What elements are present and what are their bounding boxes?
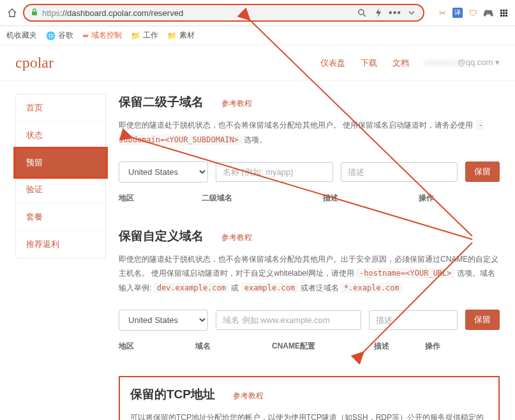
extensions: ✂ 译 🛡 🎮 [437, 8, 509, 18]
home-icon[interactable] [6, 7, 18, 19]
apps-icon[interactable] [498, 8, 509, 18]
name-input[interactable] [216, 162, 333, 182]
lock-icon [31, 8, 38, 18]
folder-icon: 📁 [131, 31, 140, 40]
tutorial-link[interactable]: 参考教程 [221, 232, 252, 243]
col-region: 地区 [119, 193, 202, 204]
section-title: 保留二级子域名 [119, 94, 204, 110]
col-desc: 描述 [323, 193, 406, 204]
folder-icon: 📁 [167, 31, 177, 40]
form-row: United States 保留 [119, 161, 500, 183]
logo[interactable]: cpolar [15, 54, 54, 71]
region-select[interactable]: United States [119, 161, 208, 183]
table-header: 地区 二级域名 描述 操作 [119, 193, 500, 204]
col-subdomain: 二级域名 [202, 193, 323, 204]
browser-toolbar: https://dashboard.cpolar.com/reserved ••… [0, 0, 515, 26]
sidebar-item-home[interactable]: 首页 [16, 94, 105, 122]
chevron-down-icon[interactable] [407, 8, 417, 18]
more-icon[interactable]: ••• [390, 8, 400, 18]
reserve-button[interactable]: 保留 [465, 161, 500, 182]
section-desc: 即使您的隧道处于脱机状态，也不会将保留域名分配给其他用户。 使用保留域名启动隧道… [119, 118, 500, 147]
col-desc: 描述 [374, 341, 425, 352]
url-text: https://dashboard.cpolar.com/reserved [42, 8, 348, 18]
bookmarks-bar: 机收藏夹 🌐谷歌 ⇴域名控制 📁工作 📁素材 [0, 26, 515, 45]
translate-icon[interactable]: 译 [452, 8, 463, 18]
section-desc: 可以将保留的TCP地址分配给您的帐户，以便为使用TCP隧道（如SSH，RDP等）… [130, 410, 488, 420]
table-header: 地区 域名 CNAME配置 描述 操作 [119, 341, 500, 352]
section-desc: 即使您的隧道处于脱机状态，也不会将保留域名分配给其他用户。出于安全原因，必须保留… [119, 252, 500, 296]
svg-point-1 [359, 10, 364, 15]
main: 首页 状态 预留 验证 套餐 推荐返利 保留二级子域名 参考教程 即使您的隧道处… [0, 81, 515, 420]
bookmark-favorites[interactable]: 机收藏夹 [6, 30, 37, 41]
section-subdomain: 保留二级子域名 参考教程 即使您的隧道处于脱机状态，也不会将保留域名分配给其他用… [119, 94, 500, 204]
url-actions: ••• [357, 8, 417, 18]
scissors-icon[interactable]: ✂ [437, 8, 447, 18]
desc-input[interactable] [341, 162, 458, 182]
bookmark-work[interactable]: 📁工作 [131, 30, 158, 41]
domain-input[interactable] [216, 310, 361, 330]
lightning-icon[interactable] [373, 8, 384, 18]
reserve-button[interactable]: 保留 [465, 310, 500, 330]
form-row: United States 保留 [119, 310, 500, 331]
content: 保留二级子域名 参考教程 即使您的隧道处于脱机状态，也不会将保留域名分配给其他用… [119, 94, 500, 420]
shield-icon[interactable]: 🛡 [468, 8, 478, 18]
game-icon[interactable]: 🎮 [483, 8, 493, 18]
search-icon[interactable] [357, 8, 367, 18]
tutorial-link[interactable]: 参考教程 [233, 391, 264, 401]
col-action: 操作 [425, 341, 500, 352]
section-title: 保留的TCP地址 [130, 386, 215, 403]
bookmark-google[interactable]: 🌐谷歌 [46, 30, 73, 41]
col-action: 操作 [406, 193, 500, 204]
sidebar-item-plan[interactable]: 套餐 [16, 204, 105, 231]
site-header: cpolar 仪表盘 下载 文档 xxxxxxxx@qq.com ▾ [0, 45, 515, 81]
sidebar-item-referral[interactable]: 推荐返利 [16, 231, 105, 258]
col-cname: CNAME配置 [272, 341, 374, 352]
svg-rect-0 [32, 11, 37, 15]
sidebar-item-reserved[interactable]: 预留 [15, 148, 107, 177]
nav-download[interactable]: 下载 [361, 57, 377, 69]
sidebar-item-status[interactable]: 状态 [16, 122, 105, 149]
tutorial-link[interactable]: 参考教程 [221, 98, 252, 109]
section-custom-domain: 保留自定义域名 参考教程 即使您的隧道处于脱机状态，也不会将保留域名分配给其他用… [119, 228, 500, 352]
account-menu[interactable]: xxxxxxxx@qq.com ▾ [424, 57, 500, 69]
bookmark-material[interactable]: 📁素材 [167, 30, 195, 41]
globe-icon: 🌐 [46, 31, 56, 40]
desc-input[interactable] [369, 310, 458, 330]
sidebar: 首页 状态 预留 验证 套餐 推荐返利 [15, 94, 106, 259]
bookmark-domain[interactable]: ⇴域名控制 [82, 30, 122, 41]
nav-docs[interactable]: 文档 [392, 57, 409, 69]
col-domain: 域名 [195, 341, 272, 352]
region-select[interactable]: United States [119, 310, 208, 331]
nav-dashboard[interactable]: 仪表盘 [320, 57, 345, 69]
section-tcp: 保留的TCP地址 参考教程 可以将保留的TCP地址分配给您的帐户，以便为使用TC… [119, 376, 500, 420]
link-icon: ⇴ [82, 31, 89, 40]
url-bar[interactable]: https://dashboard.cpolar.com/reserved ••… [23, 4, 424, 22]
sidebar-item-verify[interactable]: 验证 [16, 176, 105, 204]
col-region: 地区 [119, 341, 195, 352]
section-title: 保留自定义域名 [119, 228, 204, 244]
header-nav: 仪表盘 下载 文档 xxxxxxxx@qq.com ▾ [320, 57, 500, 69]
